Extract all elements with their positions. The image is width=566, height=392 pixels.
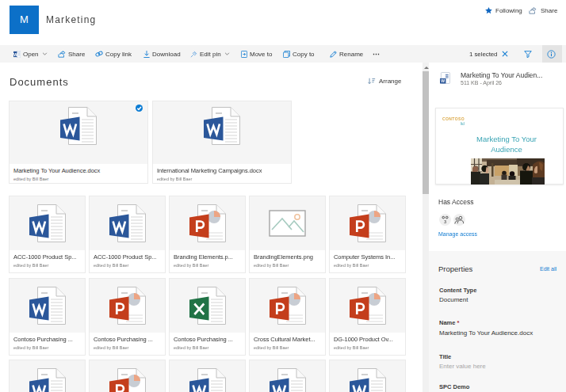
svg-text:W: W [441, 78, 445, 83]
svg-text:3: 3 [444, 219, 446, 224]
svg-text:W: W [13, 51, 18, 56]
